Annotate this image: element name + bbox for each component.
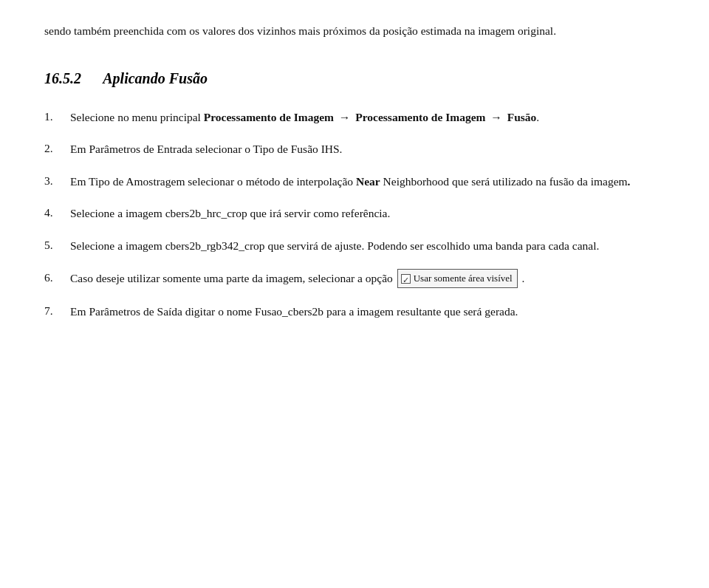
text-before-checkbox: Caso deseje utilizar somente uma parte d… — [70, 272, 396, 284]
list-item: 1. Selecione no menu principal Processam… — [44, 108, 665, 127]
section-heading: 16.5.2 Aplicando Fusão — [44, 70, 665, 87]
list-content-7: Em Parâmetros de Saída digitar o nome Fu… — [70, 302, 665, 321]
checkbox-widget: Usar somente área visível — [397, 269, 518, 287]
bold-text-1b: Processamento de Imagem — [355, 111, 485, 123]
main-list: 1. Selecione no menu principal Processam… — [44, 108, 665, 321]
list-number-7: 7. — [44, 302, 70, 321]
section-number: 16.5.2 — [44, 70, 81, 86]
period-1: . — [536, 111, 539, 123]
bold-text-1c: Fusão — [507, 111, 537, 123]
arrow-1b: → — [490, 111, 502, 123]
list-content-1: Selecione no menu principal Processament… — [70, 108, 665, 127]
list-number-1: 1. — [44, 108, 70, 127]
arrow-1a: → — [339, 111, 351, 123]
checkbox-box-icon — [401, 274, 411, 284]
list-number-6: 6. — [44, 269, 70, 289]
list-content-3: Em Tipo de Amostragem selecionar o métod… — [70, 172, 665, 191]
text-before-bold-1: Selecione no menu principal — [70, 111, 204, 123]
list-item: 3. Em Tipo de Amostragem selecionar o mé… — [44, 172, 665, 191]
section-title: Aplicando Fusão — [103, 70, 208, 86]
list-item: 4. Selecione a imagem cbers2b_hrc_crop q… — [44, 204, 665, 223]
list-content-2: Em Parâmetros de Entrada selecionar o Ti… — [70, 140, 665, 159]
list-number-2: 2. — [44, 140, 70, 159]
list-item: 2. Em Parâmetros de Entrada selecionar o… — [44, 140, 665, 159]
list-item: 6. Caso deseje utilizar somente uma part… — [44, 269, 665, 289]
near-bold: Near — [356, 175, 380, 188]
list-number-5: 5. — [44, 236, 70, 256]
list-number-3: 3. — [44, 172, 70, 191]
checkbox-label: Usar somente área visível — [414, 270, 513, 286]
list-content-6: Caso deseje utilizar somente uma parte d… — [70, 269, 665, 289]
bold-text-1a: Processamento de Imagem — [204, 111, 334, 123]
list-item: 5. Selecione a imagem cbers2b_rgb342_cro… — [44, 236, 665, 256]
text-after-checkbox: . — [522, 272, 525, 284]
list-content-5: Selecione a imagem cbers2b_rgb342_crop q… — [70, 236, 665, 256]
intro-paragraph: sendo também preenchida com os valores d… — [44, 22, 665, 41]
page-container: sendo também preenchida com os valores d… — [0, 0, 709, 588]
list-item: 7. Em Parâmetros de Saída digitar o nome… — [44, 302, 665, 321]
list-number-4: 4. — [44, 204, 70, 223]
list-content-4: Selecione a imagem cbers2b_hrc_crop que … — [70, 204, 665, 223]
